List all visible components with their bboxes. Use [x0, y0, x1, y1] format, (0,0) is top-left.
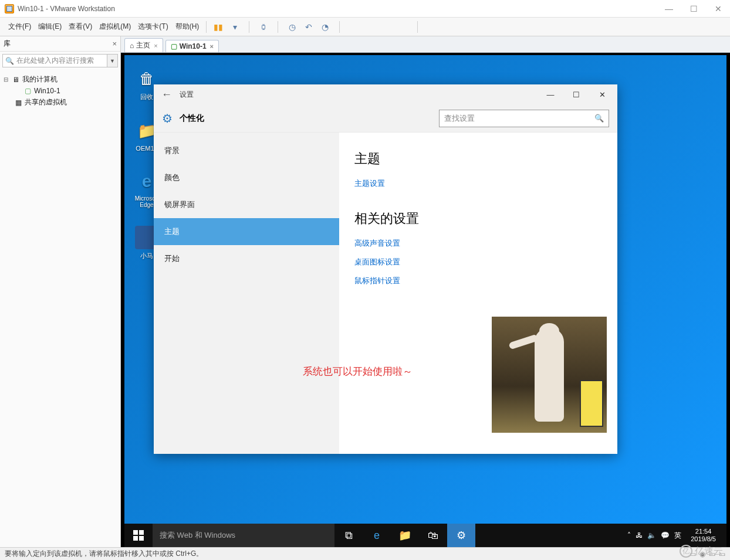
- advanced-sound-link[interactable]: 高级声音设置: [354, 238, 602, 249]
- home-icon: ⌂: [130, 42, 134, 50]
- host-window-controls: ― ☐ ✕: [662, 4, 725, 13]
- desktop-icons-link[interactable]: 桌面图标设置: [354, 257, 602, 267]
- host-titlebar: Win10-1 - VMware Workstation ― ☐ ✕: [0, 0, 730, 18]
- library-tree: ⊟ 🖥 我的计算机 ▢ Win10-1 ▦ 共享的虚拟机: [0, 70, 120, 112]
- library-panel: 库 × 🔍 在此处键入内容进行搜索 ▼ ⊟ 🖥 我的计算机 ▢ Win10-1 …: [0, 36, 121, 547]
- nav-background[interactable]: 背景: [154, 137, 339, 164]
- maximize-button[interactable]: ☐: [687, 4, 701, 13]
- taskbar-explorer-icon[interactable]: 📁: [391, 524, 419, 547]
- taskbar-store-icon[interactable]: 🛍: [419, 524, 447, 547]
- menu-vm[interactable]: 虚拟机(M): [96, 22, 134, 32]
- guest-desktop[interactable]: 🗑 回收 📁 OEM10 e Microsoft Edge 小马: [124, 55, 726, 547]
- revert-icon[interactable]: ↶: [303, 21, 315, 33]
- tab-win10-1[interactable]: ▢ Win10-1 ×: [165, 40, 219, 52]
- nav-colors[interactable]: 颜色: [154, 164, 339, 191]
- tab-close-icon[interactable]: ×: [154, 42, 157, 49]
- library-search-input[interactable]: 🔍 在此处键入内容进行搜索: [2, 54, 107, 67]
- taskbar-clock[interactable]: 21:54 2019/8/5: [686, 528, 721, 543]
- nav-themes[interactable]: 主题: [154, 218, 339, 245]
- taskbar-search-input[interactable]: 搜索 Web 和 Windows: [153, 524, 334, 547]
- back-button[interactable]: ←: [156, 89, 177, 101]
- send-keys-icon[interactable]: ⧮: [258, 21, 269, 33]
- menu-edit[interactable]: 编辑(E): [35, 22, 65, 32]
- menu-help[interactable]: 帮助(H): [172, 22, 203, 32]
- start-button[interactable]: [124, 524, 153, 547]
- tray-volume-icon[interactable]: 🔈: [647, 531, 656, 539]
- settings-content: 主题 主题设置 相关的设置 高级声音设置 桌面图标设置 鼠标指针设置 系统也可以…: [339, 133, 617, 454]
- shared-icon: ▦: [14, 99, 22, 107]
- themes-heading: 主题: [354, 150, 602, 168]
- theme-settings-link[interactable]: 主题设置: [354, 178, 602, 189]
- library-close-icon[interactable]: ×: [112, 39, 117, 48]
- search-dropdown-button[interactable]: ▼: [107, 54, 118, 67]
- tray-chevron-icon[interactable]: ˄: [627, 531, 631, 539]
- tray-ime-indicator[interactable]: 英: [674, 531, 681, 541]
- toolbar-dropdown-icon[interactable]: ▾: [229, 21, 241, 33]
- svg-rect-1: [139, 530, 144, 535]
- vmware-app-icon: [5, 4, 14, 13]
- menu-view[interactable]: 查看(V): [65, 22, 96, 32]
- library-title: 库: [4, 39, 11, 49]
- settings-titlebar: ← 设置 ― ☐ ✕: [154, 84, 617, 104]
- library-search-placeholder: 在此处键入内容进行搜索: [16, 56, 94, 66]
- view-mode-2-icon[interactable]: [364, 21, 376, 33]
- tray-notifications-icon[interactable]: 💬: [661, 531, 670, 539]
- menu-file[interactable]: 文件(F): [5, 22, 35, 32]
- computer-icon: 🖥: [12, 76, 20, 84]
- system-tray: ˄ 🖧 🔈 💬 英 21:54 2019/8/5: [621, 528, 726, 543]
- tab-close-icon[interactable]: ×: [210, 43, 214, 50]
- view-mode-3-icon[interactable]: [381, 21, 393, 33]
- meme-image: [492, 317, 607, 433]
- host-window-title: Win10-1 - VMware Workstation: [18, 5, 115, 13]
- menubar: 文件(F) 编辑(E) 查看(V) 虚拟机(M) 选项卡(T) 帮助(H) ▮▮…: [0, 18, 730, 36]
- tree-my-computer[interactable]: ⊟ 🖥 我的计算机: [2, 73, 118, 86]
- settings-header: ⚙ 个性化 查找设置 🔍: [154, 104, 617, 133]
- view-mode-1-icon[interactable]: [348, 21, 360, 33]
- host-statusbar: 要将输入定向到该虚拟机，请将鼠标指针移入其中或按 Ctrl+G。 ▭ ◉ ▭ ▭: [0, 547, 730, 560]
- settings-nav: 背景 颜色 锁屏界面 主题 开始: [154, 133, 339, 454]
- taskbar-settings-icon[interactable]: ⚙: [447, 524, 475, 547]
- tray-network-icon[interactable]: 🖧: [636, 531, 643, 539]
- tree-shared-vms[interactable]: ▦ 共享的虚拟机: [2, 96, 118, 108]
- settings-search-input[interactable]: 查找设置 🔍: [439, 110, 609, 127]
- close-button[interactable]: ✕: [711, 4, 725, 13]
- search-icon: 🔍: [5, 57, 14, 65]
- svg-rect-3: [139, 536, 144, 541]
- settings-category-title: 个性化: [180, 113, 204, 124]
- related-heading: 相关的设置: [354, 210, 602, 228]
- search-icon: 🔍: [594, 114, 604, 123]
- windows-taskbar: 搜索 Web 和 Windows ⧉ e 📁 🛍 ⚙ ˄ 🖧 🔈 💬 英: [124, 524, 726, 547]
- status-text: 要将输入定向到该虚拟机，请将鼠标指针移入其中或按 Ctrl+G。: [5, 549, 203, 559]
- settings-maximize-button[interactable]: ☐: [563, 84, 589, 104]
- tree-vm-win10-1[interactable]: ▢ Win10-1: [2, 86, 118, 96]
- manage-snapshot-icon[interactable]: ◔: [319, 21, 331, 33]
- library-icon[interactable]: [426, 21, 438, 33]
- watermark: 亿 亿速云: [680, 545, 723, 558]
- taskbar-edge-icon[interactable]: e: [363, 524, 391, 547]
- mouse-pointer-link[interactable]: 鼠标指针设置: [354, 276, 602, 286]
- tab-home[interactable]: ⌂ 主页 ×: [124, 38, 163, 52]
- settings-close-button[interactable]: ✕: [589, 84, 615, 104]
- svg-rect-0: [133, 530, 138, 535]
- nav-lockscreen[interactable]: 锁屏界面: [154, 191, 339, 218]
- svg-rect-2: [133, 536, 138, 541]
- watermark-icon: 亿: [680, 545, 692, 558]
- vm-icon: ▢: [23, 87, 32, 95]
- vm-tab-icon: ▢: [171, 42, 177, 50]
- nav-start[interactable]: 开始: [154, 245, 339, 272]
- vm-display[interactable]: 🗑 回收 📁 OEM10 e Microsoft Edge 小马: [121, 53, 730, 547]
- menu-tabs[interactable]: 选项卡(T): [134, 22, 171, 32]
- view-mode-4-icon[interactable]: [397, 21, 409, 33]
- minimize-button[interactable]: ―: [662, 4, 676, 13]
- gear-icon: ⚙: [162, 111, 173, 125]
- pause-icon[interactable]: ▮▮: [212, 21, 224, 33]
- settings-window: ← 设置 ― ☐ ✕ ⚙ 个性化 查找设置 🔍: [154, 84, 617, 454]
- task-view-icon[interactable]: ⧉: [334, 524, 363, 547]
- snapshot-icon[interactable]: ◷: [286, 21, 298, 33]
- annotation-text: 系统也可以开始使用啦～: [303, 365, 413, 378]
- toolbar: ▮▮ ▾ ⧮ ◷ ↶ ◔: [212, 21, 438, 33]
- tab-strip: ⌂ 主页 × ▢ Win10-1 ×: [121, 36, 730, 53]
- settings-minimize-button[interactable]: ―: [538, 84, 563, 104]
- settings-window-title: 设置: [180, 90, 194, 100]
